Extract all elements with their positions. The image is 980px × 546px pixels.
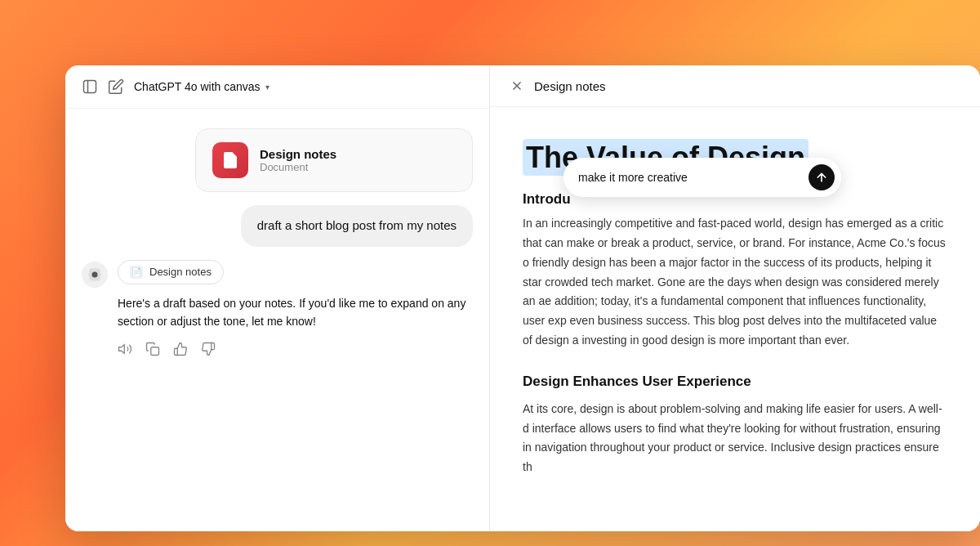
inline-send-button[interactable]	[808, 164, 835, 190]
section1-body: At its core, design is about problem-sol…	[523, 400, 947, 477]
sidebar-toggle-icon[interactable]	[82, 78, 98, 95]
doc-icon	[212, 142, 248, 178]
ai-avatar-icon	[82, 262, 108, 288]
document-card[interactable]: Design notes Document	[195, 128, 473, 192]
chat-header: ChatGPT 4o with canvas ▾	[65, 65, 489, 109]
chat-panel: ChatGPT 4o with canvas ▾ Desig	[65, 65, 490, 531]
inline-edit-input[interactable]	[578, 171, 802, 184]
canvas-panel: Design notes The Value of Design Introdu…	[490, 65, 980, 531]
svg-rect-0	[84, 81, 96, 93]
ai-text: Here's a draft based on your notes. If y…	[118, 294, 473, 331]
design-notes-reference[interactable]: 📄 Design notes	[118, 260, 224, 284]
section1-heading: Design Enhances User Experience	[523, 374, 947, 390]
user-message-bubble: draft a short blog post from my notes	[241, 205, 473, 247]
pill-doc-icon: 📄	[130, 266, 143, 279]
model-selector[interactable]: ChatGPT 4o with canvas ▾	[134, 80, 270, 93]
svg-point-5	[92, 271, 98, 277]
doc-title: Design notes	[260, 147, 336, 161]
copy-icon[interactable]	[145, 342, 160, 356]
chat-messages: Design notes Document draft a short blog…	[65, 109, 489, 531]
intro-body: In an increasingly competitive and fast-…	[523, 214, 947, 351]
app-container: ChatGPT 4o with canvas ▾ Desig	[65, 65, 980, 531]
ai-response: 📄 Design notes Here's a draft based on y…	[82, 260, 473, 357]
inline-edit-bar[interactable]	[564, 158, 841, 197]
close-button[interactable]	[510, 78, 524, 93]
edit-icon[interactable]	[108, 78, 124, 95]
action-icons-row	[118, 342, 473, 356]
thumbs-up-icon[interactable]	[173, 342, 188, 356]
canvas-header: Design notes	[490, 65, 980, 107]
ai-content: 📄 Design notes Here's a draft based on y…	[118, 260, 473, 357]
canvas-content: The Value of Design Introdu In an increa…	[490, 107, 980, 531]
chevron-down-icon: ▾	[265, 83, 270, 92]
pill-label: Design notes	[149, 266, 212, 278]
canvas-title: Design notes	[534, 79, 606, 93]
doc-type: Document	[260, 161, 336, 173]
model-label: ChatGPT 4o with canvas	[134, 80, 261, 93]
volume-icon[interactable]	[118, 342, 132, 356]
svg-marker-6	[119, 345, 125, 354]
doc-info: Design notes Document	[260, 147, 336, 173]
thumbs-down-icon[interactable]	[201, 342, 216, 356]
svg-rect-7	[151, 347, 159, 356]
